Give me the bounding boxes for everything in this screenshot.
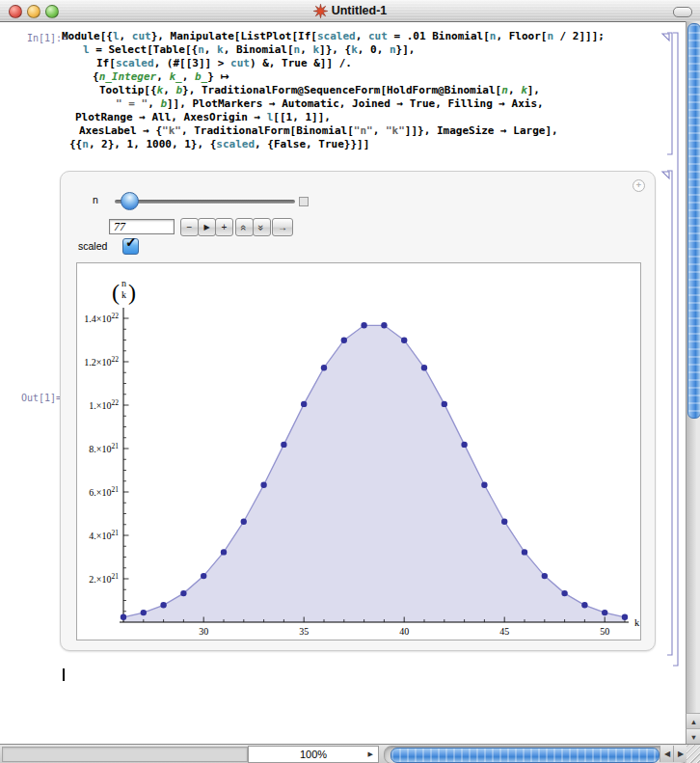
- play-button[interactable]: ▶: [198, 218, 216, 236]
- double-chevron-up-icon: «: [240, 224, 250, 230]
- status-bar: 100% ▶ ◀ ▶: [0, 744, 700, 763]
- toolbar-toggle-button[interactable]: [673, 7, 692, 17]
- text-caret: [63, 668, 65, 681]
- binomial-plot: 30354045502.×10214.×10216.×10218.×10211.…: [77, 263, 640, 640]
- faster-button[interactable]: «: [235, 218, 254, 236]
- slider-track[interactable]: [115, 200, 295, 204]
- zoom-menu-arrow-icon: ▶: [368, 750, 373, 758]
- zoom-level-control[interactable]: 100% ▶: [248, 746, 379, 763]
- plot-frame: 30354045502.×10214.×10216.×10218.×10211.…: [76, 262, 641, 640]
- svg-text:k: k: [634, 617, 640, 628]
- cell-bracket-in[interactable]: [667, 33, 672, 154]
- scroll-down-button[interactable]: ▼: [686, 728, 700, 745]
- step-button-group: − ▶ +: [180, 218, 232, 236]
- title-group: Untitled-1: [0, 0, 700, 21]
- mathematica-spikey-icon: [313, 4, 328, 18]
- svg-text:1.4×1022: 1.4×1022: [84, 312, 119, 324]
- svg-text:1.×1022: 1.×1022: [89, 398, 119, 411]
- checkmark-icon: ✓: [125, 234, 137, 250]
- slider-thumb[interactable]: [121, 192, 139, 210]
- manipulate-panel: + n − ▶ + « » → scaled ✓ 30354045502.×10…: [60, 171, 656, 651]
- svg-text:1.2×1022: 1.2×1022: [84, 355, 119, 368]
- checkbox-label: scaled: [78, 240, 107, 252]
- svg-text:8.×1021: 8.×1021: [89, 442, 119, 454]
- double-chevron-down-icon: »: [257, 224, 267, 230]
- direction-button[interactable]: →: [272, 218, 293, 236]
- scroll-left-button[interactable]: ◀: [660, 746, 674, 762]
- horizontal-scrollbar-track[interactable]: [384, 746, 688, 763]
- vertical-scrollbar-thumb[interactable]: [687, 23, 700, 419]
- input-code-cell[interactable]: Module[{l, cut}, Manipulate[ListPlot[If[…: [62, 30, 605, 151]
- window-title: Untitled-1: [332, 4, 388, 17]
- scaled-checkbox[interactable]: ✓: [122, 238, 139, 255]
- title-bar[interactable]: Untitled-1: [0, 0, 700, 22]
- svg-text:40: 40: [399, 626, 409, 637]
- direction-button-group: →: [272, 218, 292, 236]
- speed-button-group: « »: [235, 218, 270, 236]
- slider-detach-icon[interactable]: [299, 197, 309, 206]
- svg-text:k: k: [121, 289, 126, 300]
- notebook-window: Untitled-1 In[1]:= Module[{l, cut}, Mani…: [0, 0, 700, 763]
- svg-text:35: 35: [299, 626, 309, 637]
- cell-bracket-out[interactable]: [667, 171, 672, 655]
- svg-text:30: 30: [199, 626, 208, 637]
- svg-text:50: 50: [600, 626, 609, 637]
- scroll-right-button[interactable]: ▶: [673, 746, 687, 762]
- svg-text:45: 45: [499, 626, 509, 637]
- svg-text:(: (: [112, 280, 120, 305]
- status-message-field: [2, 747, 248, 762]
- resize-grip[interactable]: [687, 745, 700, 763]
- svg-text:n: n: [121, 278, 126, 288]
- svg-text:): ): [128, 280, 136, 305]
- slider-label: n: [93, 194, 98, 205]
- slower-button[interactable]: »: [253, 218, 271, 236]
- svg-text:4.×1021: 4.×1021: [89, 529, 119, 541]
- manipulate-settings-button[interactable]: +: [633, 179, 645, 192]
- step-up-button[interactable]: +: [215, 218, 233, 236]
- scroll-up-button[interactable]: ▲: [686, 713, 700, 729]
- svg-text:6.×1021: 6.×1021: [89, 485, 119, 498]
- in-cell-tag-icon: [662, 34, 669, 41]
- out-cell-tag-icon: [662, 172, 669, 178]
- value-input[interactable]: [109, 219, 175, 234]
- cell-bracket-group[interactable]: [673, 33, 678, 666]
- zoom-level-label: 100%: [300, 749, 327, 760]
- out-cell-label: Out[1]=: [21, 393, 62, 403]
- svg-text:2.×1021: 2.×1021: [89, 572, 119, 585]
- cell-brackets[interactable]: [660, 21, 685, 696]
- step-down-button[interactable]: −: [180, 218, 199, 236]
- horizontal-scrollbar-thumb[interactable]: [390, 748, 660, 763]
